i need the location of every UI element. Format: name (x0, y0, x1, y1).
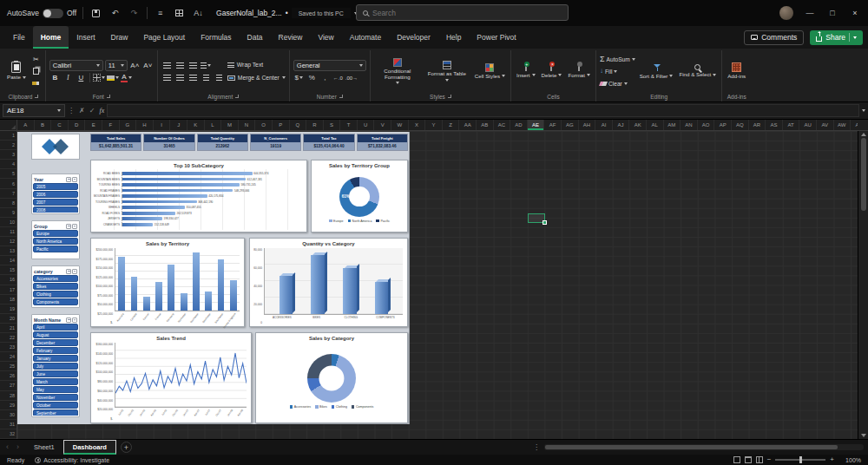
merge-center-button[interactable]: Merge & Center (227, 72, 286, 83)
column-header-AC[interactable]: AC (494, 120, 511, 130)
tab-view[interactable]: View (310, 26, 341, 49)
column-bar[interactable] (311, 255, 324, 314)
row-header-4[interactable]: 4 (0, 160, 16, 169)
column-header-AA[interactable]: AA (459, 120, 477, 130)
tab-review[interactable]: Review (271, 26, 311, 49)
user-avatar[interactable] (779, 6, 793, 20)
column-header-AK[interactable]: AK (629, 120, 647, 130)
slicer-month-name[interactable]: Month NameAprilAugustDecemberFebruaryJan… (31, 314, 80, 417)
column-bar[interactable] (279, 276, 293, 314)
maximize-button[interactable]: □ (826, 9, 838, 17)
column-bar[interactable] (118, 257, 125, 311)
formula-input[interactable] (107, 104, 859, 117)
font-name-select[interactable]: Calibri (49, 60, 103, 71)
slicer-item-august[interactable]: August (33, 331, 78, 338)
orientation-button[interactable] (201, 60, 212, 70)
close-button[interactable]: × (849, 9, 861, 17)
insert-cells-button[interactable]: + Insert (515, 64, 536, 77)
delete-cells-button[interactable]: × Delete (540, 64, 564, 77)
bar[interactable] (122, 206, 185, 209)
row-header-32[interactable]: 32 (0, 429, 16, 439)
column-header-I[interactable]: I (154, 120, 171, 130)
row-header-11[interactable]: 11 (0, 227, 16, 237)
column-header-K[interactable]: K (187, 120, 205, 130)
slicer-item-december[interactable]: December (33, 339, 78, 346)
drag-handle-icon[interactable]: ⋮ (68, 107, 75, 115)
format-cells-button[interactable]: Format (566, 64, 592, 77)
font-size-select[interactable]: 11 (105, 60, 128, 71)
column-header-AB[interactable]: AB (477, 120, 494, 130)
row-header-18[interactable]: 18 (0, 295, 16, 305)
row-header-17[interactable]: 17 (0, 285, 16, 295)
row-header-25[interactable]: 25 (0, 362, 16, 371)
normal-view-button[interactable] (733, 456, 740, 463)
column-header-V[interactable]: V (374, 120, 391, 130)
column-header-AW[interactable]: AW (834, 120, 852, 130)
tab-page-layout[interactable]: Page Layout (135, 26, 193, 49)
decrease-decimal-button[interactable]: .00→ (345, 73, 358, 83)
align-right-button[interactable] (187, 72, 199, 82)
scrollbar-splitter-icon[interactable]: ⋮ (533, 443, 540, 451)
clear-filter-icon[interactable] (72, 177, 77, 182)
column-bar[interactable] (218, 259, 225, 311)
percent-style-button[interactable]: % (306, 73, 318, 83)
search-input[interactable] (372, 9, 562, 17)
column-header-T[interactable]: T (340, 120, 358, 130)
dialog-launcher-icon[interactable] (235, 95, 239, 98)
bar[interactable] (122, 183, 240, 187)
insert-function-button[interactable]: fx (99, 107, 104, 115)
slicer-item-may[interactable]: May (33, 386, 78, 393)
wrap-text-button[interactable]: Wrap Text (227, 59, 286, 70)
tab-data[interactable]: Data (240, 26, 271, 49)
chart-quantity-vs-category[interactable]: Quantity vs Category80,00060,00040,00020… (249, 238, 408, 327)
column-header-AL[interactable]: AL (647, 120, 664, 130)
bar[interactable] (122, 223, 153, 226)
slicer-item-october[interactable]: October (33, 402, 78, 409)
zoom-in-button[interactable]: + (830, 456, 834, 463)
conditional-formatting-button[interactable]: Conditional Formatting (374, 58, 421, 84)
row-header-1[interactable]: 1 (0, 131, 16, 141)
undo-button[interactable]: ↶ (108, 6, 122, 20)
column-header-M[interactable]: M (221, 120, 239, 130)
slicer-item-europe[interactable]: Europe (33, 230, 78, 237)
row-header-31[interactable]: 31 (0, 420, 16, 429)
comments-button[interactable]: Comments (744, 30, 804, 45)
accounting-format-button[interactable]: $ (293, 73, 305, 83)
column-header-X[interactable]: X (409, 120, 426, 130)
dialog-launcher-icon[interactable] (107, 95, 110, 98)
column-header-G[interactable]: G (120, 120, 137, 130)
page-layout-view-button[interactable] (745, 456, 752, 463)
column-header-AU[interactable]: AU (799, 120, 817, 130)
row-header-6[interactable]: 6 (0, 179, 16, 188)
column-bar[interactable] (181, 293, 187, 311)
column-header-AD[interactable]: AD (510, 120, 528, 130)
zoom-slider-knob[interactable] (799, 456, 802, 463)
autosave-control[interactable]: AutoSave Off (7, 9, 76, 18)
previous-sheet-icon[interactable]: ‹ (4, 443, 10, 451)
paste-button[interactable]: Paste (5, 62, 28, 80)
dialog-launcher-icon[interactable] (448, 95, 451, 98)
name-box[interactable]: AE18 (3, 104, 65, 117)
row-header-3[interactable]: 3 (0, 150, 16, 160)
column-header-AV[interactable]: AV (817, 120, 834, 130)
column-header-AO[interactable]: AO (698, 120, 715, 130)
slicer-item-january[interactable]: January (33, 355, 78, 362)
slicer-item-2006[interactable]: 2006 (33, 191, 78, 198)
slicer-item-june[interactable]: June (33, 370, 78, 377)
row-header-23[interactable]: 23 (0, 343, 16, 352)
row-header-30[interactable]: 30 (0, 410, 16, 420)
column-header-AI[interactable]: AI (595, 120, 613, 130)
increase-font-button[interactable]: A˄ (129, 60, 141, 70)
tab-home[interactable]: Home (33, 26, 69, 49)
bar[interactable] (122, 172, 253, 175)
slicer-year[interactable]: Year2005200620072008 (31, 174, 80, 214)
slicer-item-components[interactable]: Components (33, 298, 78, 305)
clear-filter-icon[interactable] (72, 224, 77, 229)
slicer-item-north-america[interactable]: North America (33, 238, 78, 245)
multiselect-icon[interactable] (66, 177, 71, 182)
column-header-O[interactable]: O (255, 120, 273, 130)
scroll-down-icon[interactable] (861, 434, 866, 437)
donut-ring[interactable] (307, 354, 356, 403)
slicer-item-april[interactable]: April (33, 324, 78, 331)
slicer-item-accessories[interactable]: Accessories (33, 275, 78, 282)
